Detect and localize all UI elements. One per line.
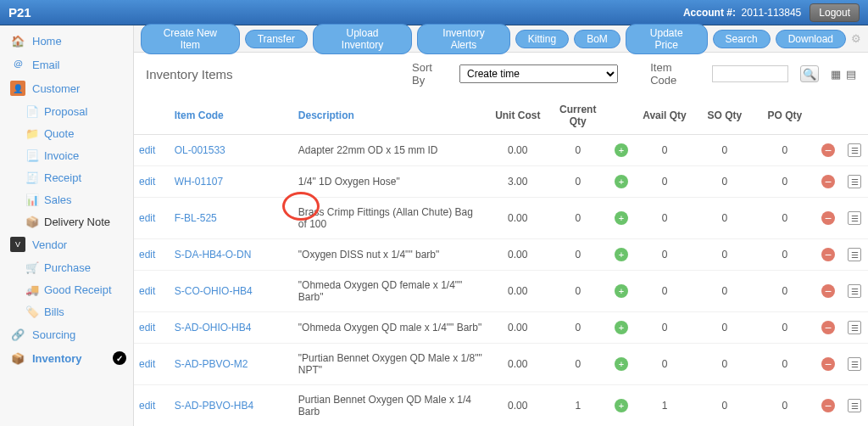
table-view-icon[interactable]: ▤	[846, 68, 856, 81]
check-icon: ✓	[113, 351, 126, 365]
detail-button[interactable]: ☰	[848, 175, 861, 188]
item-code-label: Item Code	[650, 61, 700, 87]
detail-button[interactable]: ☰	[848, 321, 861, 334]
sidebar-item-invoice[interactable]: 📃Invoice	[0, 144, 133, 166]
gear-icon[interactable]: ⚙	[851, 32, 861, 45]
col-po-qty[interactable]: PO Qty	[754, 97, 815, 135]
remove-button[interactable]: −	[821, 284, 835, 298]
sidebar-item-sourcing[interactable]: 🔗Sourcing	[0, 322, 133, 346]
sidebar-item-bills[interactable]: 🏷️Bills	[0, 300, 133, 322]
unit-cost: 0.00	[487, 344, 548, 385]
add-qty-button[interactable]: +	[615, 284, 628, 298]
main-panel: Create New Item Transfer Upload Inventor…	[134, 25, 868, 426]
item-code-link[interactable]: S-AD-PBVO-M2	[170, 344, 293, 385]
item-description: Brass Crimp Fittings (Allan Chute) Bag o…	[293, 198, 488, 239]
item-code-link[interactable]: F-BL-525	[170, 198, 293, 239]
search-icon-button[interactable]: 🔍	[800, 65, 819, 82]
sidebar-item-goodreceipt[interactable]: 🚚Good Receipt	[0, 278, 133, 300]
receipt-icon: 🧾	[25, 171, 39, 184]
po-qty: 0	[754, 344, 815, 385]
remove-button[interactable]: −	[821, 321, 835, 334]
add-qty-button[interactable]: +	[615, 321, 628, 334]
edit-link[interactable]: edit	[134, 385, 170, 427]
col-unit-cost[interactable]: Unit Cost	[487, 97, 548, 135]
sidebar-item-receipt[interactable]: 🧾Receipt	[0, 166, 133, 188]
detail-button[interactable]: ☰	[848, 284, 861, 298]
edit-link[interactable]: edit	[134, 239, 170, 271]
sidebar-item-email[interactable]: ＠Email	[0, 53, 133, 76]
item-code-link[interactable]: S-CO-OHIO-HB4	[170, 271, 293, 312]
detail-button[interactable]: ☰	[848, 143, 861, 157]
remove-button[interactable]: −	[821, 143, 835, 157]
item-code-link[interactable]: WH-01107	[170, 166, 293, 198]
edit-link[interactable]: edit	[134, 166, 170, 198]
avail-qty: 1	[635, 385, 695, 427]
item-code-link[interactable]: S-AD-OHIO-HB4	[170, 312, 293, 344]
so-qty: 0	[694, 344, 754, 385]
item-code-input[interactable]	[712, 65, 788, 82]
remove-button[interactable]: −	[821, 357, 835, 371]
detail-button[interactable]: ☰	[848, 399, 861, 412]
col-so-qty[interactable]: SO Qty	[694, 97, 754, 135]
edit-link[interactable]: edit	[134, 312, 170, 344]
sidebar-item-inventory[interactable]: 📦Inventory✓	[0, 346, 133, 370]
goodreceipt-icon: 🚚	[25, 283, 39, 296]
edit-link[interactable]: edit	[134, 271, 170, 312]
sidebar: 🏠Home ＠Email 👤Customer 📄Proposal 📁Quote …	[0, 25, 134, 426]
col-item-code[interactable]: Item Code	[170, 97, 293, 135]
remove-button[interactable]: −	[821, 211, 835, 225]
add-qty-button[interactable]: +	[615, 399, 628, 412]
edit-link[interactable]: edit	[134, 198, 170, 239]
add-qty-button[interactable]: +	[615, 143, 628, 157]
upload-inventory-button[interactable]: Upload Inventory	[313, 24, 412, 54]
add-qty-button[interactable]: +	[615, 211, 628, 225]
detail-button[interactable]: ☰	[848, 211, 861, 225]
create-new-item-button[interactable]: Create New Item	[141, 24, 240, 54]
sort-by-select[interactable]: Create time	[459, 64, 618, 83]
item-description: Adapter 22mm OD x 15 mm ID	[293, 135, 488, 166]
sidebar-item-customer[interactable]: 👤Customer	[0, 76, 133, 100]
edit-link[interactable]: edit	[134, 135, 170, 166]
po-qty: 0	[754, 166, 815, 198]
account-label: Account #: 2011-113845	[683, 7, 801, 19]
add-qty-button[interactable]: +	[615, 175, 628, 188]
logout-button[interactable]: Logout	[810, 3, 860, 22]
col-description[interactable]: Description	[293, 97, 488, 135]
item-code-link[interactable]: S-DA-HB4-O-DN	[170, 239, 293, 271]
detail-button[interactable]: ☰	[848, 248, 861, 261]
item-code-link[interactable]: OL-001533	[170, 135, 293, 166]
sidebar-item-sales[interactable]: 📊Sales	[0, 188, 133, 210]
table-row: editS-CO-OHIO-HB4"Ohmeda Oxygen QD femal…	[134, 271, 868, 312]
search-button[interactable]: Search	[713, 30, 771, 48]
col-avail-qty[interactable]: Avail Qty	[635, 97, 695, 135]
edit-link[interactable]: edit	[134, 344, 170, 385]
remove-button[interactable]: −	[821, 175, 835, 188]
po-qty: 0	[754, 271, 815, 312]
transfer-button[interactable]: Transfer	[245, 30, 308, 48]
sidebar-item-proposal[interactable]: 📄Proposal	[0, 100, 133, 122]
remove-button[interactable]: −	[821, 248, 835, 261]
download-button[interactable]: Download	[776, 30, 846, 48]
sidebar-item-purchase[interactable]: 🛒Purchase	[0, 256, 133, 278]
current-qty: 1	[548, 385, 608, 427]
bills-icon: 🏷️	[25, 305, 39, 318]
detail-button[interactable]: ☰	[848, 357, 861, 371]
kitting-button[interactable]: Kitting	[515, 30, 569, 48]
bom-button[interactable]: BoM	[574, 30, 620, 48]
sidebar-item-home[interactable]: 🏠Home	[0, 29, 133, 53]
add-qty-button[interactable]: +	[615, 248, 628, 261]
col-current-qty[interactable]: Current Qty	[548, 97, 608, 135]
page-title: Inventory Items	[146, 67, 324, 81]
inventory-alerts-button[interactable]: Inventory Alerts	[417, 24, 510, 54]
sidebar-item-vendor[interactable]: VVendor	[0, 233, 133, 256]
item-code-link[interactable]: S-AD-PBVO-HB4	[170, 385, 293, 427]
remove-button[interactable]: −	[821, 399, 835, 412]
table-row: editS-AD-PBVO-HB4Purtian Bennet Oxygen Q…	[134, 385, 868, 427]
sidebar-item-delivery[interactable]: 📦Delivery Note	[0, 210, 133, 233]
proposal-icon: 📄	[25, 104, 39, 118]
update-price-button[interactable]: Update Price	[626, 24, 708, 54]
add-qty-button[interactable]: +	[615, 357, 628, 371]
app-brand: P21	[8, 5, 31, 20]
sidebar-item-quote[interactable]: 📁Quote	[0, 122, 133, 144]
grid-view-icon[interactable]: ▦	[831, 68, 841, 81]
